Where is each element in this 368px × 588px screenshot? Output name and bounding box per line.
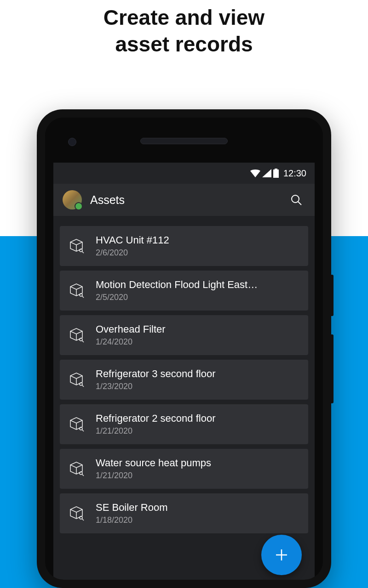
asset-card[interactable]: Motion Detection Flood Light East… 2/5/2… — [60, 271, 308, 311]
avatar[interactable] — [63, 190, 82, 209]
search-icon — [290, 193, 303, 206]
asset-box-icon — [68, 416, 86, 433]
phone-top-bezel — [45, 118, 323, 163]
asset-card[interactable]: HVAC Unit #112 2/6/2020 — [60, 226, 308, 266]
asset-card[interactable]: Water source heat pumps 1/21/2020 — [60, 449, 308, 489]
page-title: Assets — [90, 193, 279, 207]
app-header: Assets — [53, 184, 315, 216]
asset-title: Refrigerator 2 second floor — [96, 413, 299, 424]
asset-title: SE Boiler Room — [96, 502, 299, 514]
svg-rect-1 — [275, 169, 277, 170]
svg-rect-0 — [273, 170, 279, 178]
asset-box-icon — [68, 327, 86, 344]
asset-box-icon — [68, 237, 86, 255]
asset-card[interactable]: Refrigerator 3 second floor 1/23/2020 — [60, 360, 308, 400]
add-button[interactable] — [261, 535, 302, 575]
asset-title: Overhead Filter — [96, 323, 299, 335]
asset-title: HVAC Unit #112 — [96, 234, 299, 246]
marketing-headline: Create and view asset records — [0, 5, 368, 57]
asset-box-icon — [68, 371, 86, 389]
app-screen: 12:30 Assets HVAC Un — [53, 163, 315, 580]
asset-date: 1/21/2020 — [96, 471, 299, 481]
battery-icon — [273, 169, 279, 178]
asset-box-icon — [68, 282, 86, 300]
wifi-icon — [250, 169, 260, 177]
asset-card[interactable]: Refrigerator 2 second floor 1/21/2020 — [60, 404, 308, 444]
asset-title: Refrigerator 3 second floor — [96, 368, 299, 380]
svg-line-3 — [298, 202, 301, 205]
plus-icon — [272, 546, 291, 564]
asset-date: 1/24/2020 — [96, 337, 299, 347]
asset-list: HVAC Unit #112 2/6/2020 Motion Detection… — [53, 216, 315, 533]
camera-dot — [68, 138, 76, 146]
asset-date: 2/5/2020 — [96, 293, 299, 302]
phone-side-button — [331, 334, 334, 403]
search-button[interactable] — [287, 191, 305, 209]
svg-point-2 — [292, 195, 299, 203]
asset-title: Motion Detection Flood Light East… — [96, 279, 299, 291]
speaker-grille — [140, 138, 228, 144]
phone-bezel: 12:30 Assets HVAC Un — [45, 118, 323, 580]
headline-line2: asset records — [115, 32, 253, 56]
asset-card[interactable]: SE Boiler Room 1/18/2020 — [60, 493, 308, 533]
asset-date: 1/21/2020 — [96, 426, 299, 436]
asset-title: Water source heat pumps — [96, 457, 299, 469]
status-bar: 12:30 — [53, 163, 315, 184]
asset-card[interactable]: Overhead Filter 1/24/2020 — [60, 315, 308, 355]
asset-date: 1/23/2020 — [96, 382, 299, 391]
cell-signal-icon — [262, 169, 271, 177]
asset-date: 2/6/2020 — [96, 248, 299, 258]
asset-date: 1/18/2020 — [96, 515, 299, 525]
asset-box-icon — [68, 505, 86, 522]
status-time: 12:30 — [283, 168, 306, 179]
phone-frame: 12:30 Assets HVAC Un — [37, 109, 331, 588]
headline-line1: Create and view — [104, 6, 264, 29]
phone-side-button — [331, 275, 334, 316]
asset-box-icon — [68, 460, 86, 478]
